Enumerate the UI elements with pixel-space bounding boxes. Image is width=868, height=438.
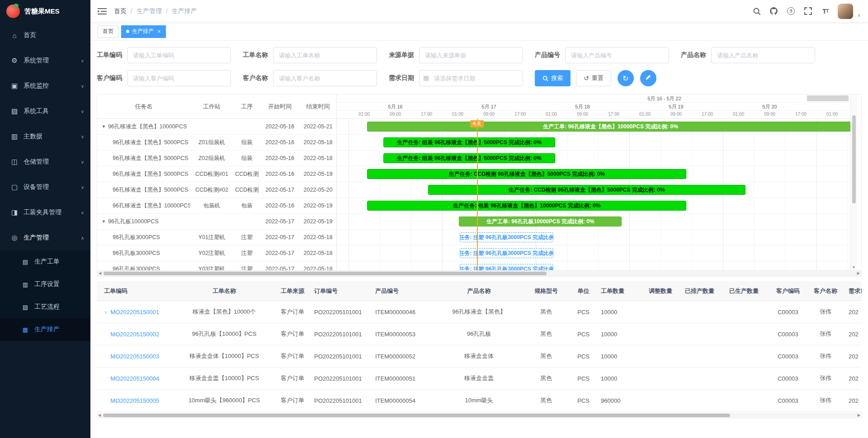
order-code-link[interactable]: MO202205150004 — [110, 375, 159, 382]
gantt-bar-selected[interactable]: 生产任务: 注塑 96孔孔板3000PCS 完成比例: 0% — [460, 264, 553, 270]
search-icon[interactable] — [752, 6, 762, 16]
text-input[interactable] — [273, 70, 377, 86]
order-cell-product_code: ITEM00000054 — [372, 397, 435, 404]
gantt-task-row[interactable]: 96孔孔板3000PCSY03注塑机注塑2022-05-172022-05-18 — [97, 261, 336, 270]
calendar-icon: ▦ — [423, 74, 429, 81]
order-code-link[interactable]: MO202205150001 — [110, 309, 159, 316]
breadcrumb-item[interactable]: 生产管理 — [137, 7, 162, 15]
task-process: 组装 — [233, 139, 260, 146]
gantt-task-row[interactable]: ▼96孔移液盒【黑色】10000PCS2022-05-162022-05-21 — [97, 119, 336, 135]
text-input[interactable] — [273, 47, 377, 63]
breadcrumb-item[interactable]: 首页 — [114, 7, 127, 15]
edit-button[interactable] — [640, 70, 656, 86]
scroll-left-arrow[interactable]: ◀ — [99, 271, 101, 275]
order-cell-cust_name: 张伟 — [806, 330, 845, 338]
font-size-icon[interactable]: TT — [821, 6, 830, 16]
scrollbar-thumb[interactable] — [104, 272, 547, 275]
sidebar-subitem[interactable]: ▥工序设置 — [0, 273, 90, 296]
order-code-link[interactable]: MO202205150005 — [110, 397, 159, 404]
scrollbar-thumb[interactable] — [852, 115, 856, 203]
help-icon[interactable]: ? — [786, 6, 796, 16]
github-icon[interactable] — [769, 6, 779, 16]
order-cell-name: 10mm吸头【960000】PCS — [174, 396, 274, 405]
gantt-task-row[interactable]: 96孔孔板3000PCSY01注塑机注塑2022-05-172022-05-18 — [97, 230, 336, 245]
order-row[interactable]: ∨MO202205150003移液盒盒体【10000】PCS客户订单PO2022… — [97, 345, 862, 367]
gantt-bar-parent[interactable]: 生产工单: 96孔移液盒【黑色】10000PCS 完成比例: 0% — [367, 122, 850, 132]
gantt-task-grid: 任务名工作站工序开始时间结束时间 ▼96孔移液盒【黑色】10000PCS2022… — [97, 94, 337, 270]
gantt-bar-task[interactable]: 生产任务: 包装 96孔移液盒【黑色】10000PCS 完成比例: 0% — [367, 201, 686, 211]
tab-active[interactable]: 生产排产× — [121, 25, 166, 38]
sidebar-subitem[interactable]: ▧工艺流程 — [0, 296, 90, 318]
order-row[interactable]: ∨MO20220515000510mm吸头【960000】PCS客户订单PO20… — [97, 390, 862, 412]
gantt-task-row[interactable]: 96孔移液盒【黑色】5000PCSZ02组装机组装2022-05-162022-… — [97, 151, 336, 166]
scrollbar-thumb[interactable] — [103, 414, 730, 417]
timeline-hour-label: 01:00 — [629, 112, 660, 117]
order-row[interactable]: ∨MO202205150004移液盒盒盖【10000】PCS客户订单PO2022… — [97, 367, 862, 390]
sidebar-item[interactable]: ◨工装夹具管理∨ — [0, 200, 90, 225]
timeline-header-scroll-thumb[interactable] — [807, 95, 849, 101]
timeline-day-label: 5月 19 — [629, 104, 723, 110]
chevron-down-icon[interactable]: ∨ — [858, 13, 861, 19]
orders-horizontal-scrollbar[interactable]: ◀ ▶ — [97, 413, 862, 419]
gantt-task-row[interactable]: ▼96孔孔板10000PCS2022-05-172022-05-19 — [97, 214, 336, 230]
order-row[interactable]: ∨MO20220515000296孔孔板【10000】PCS客户订单PO2022… — [97, 323, 862, 345]
sidebar-item[interactable]: ▥主数据∨ — [0, 124, 90, 149]
search-button[interactable]: 搜索 — [535, 70, 571, 86]
row-expand-caret[interactable]: ∨ — [104, 310, 107, 315]
sidebar-item[interactable]: ◫仓储管理∨ — [0, 149, 90, 174]
gantt-bar-task[interactable]: 生产任务: CCD检测 96孔移液盒【黑色】5000PCS 完成比例: 0% — [367, 169, 686, 179]
text-input[interactable] — [127, 70, 231, 86]
gantt-horizontal-scrollbar[interactable]: ◀ ▶ — [97, 270, 861, 276]
order-row[interactable]: ∨MO202205150001移液盒【黑色】10000个客户订单PO202205… — [97, 301, 862, 323]
close-icon[interactable]: × — [157, 28, 161, 35]
scroll-right-arrow[interactable]: ▶ — [858, 413, 860, 417]
scroll-right-arrow[interactable]: ▶ — [857, 271, 860, 275]
caret-down-icon[interactable]: ▼ — [102, 219, 106, 224]
gantt-bar-parent[interactable]: 生产工单: 96孔孔板10000PCS 完成比例: 0% — [459, 217, 622, 226]
hamburger-icon[interactable] — [98, 8, 107, 15]
gantt-task-row[interactable]: 96孔移液盒【黑色】5000PCSZ01组装机组装2022-05-162022-… — [97, 135, 336, 151]
sidebar-item[interactable]: ▣系统监控∨ — [0, 73, 90, 99]
order-code-link[interactable]: MO202205150003 — [110, 353, 159, 360]
filter-label: 客户编码 — [97, 74, 122, 82]
task-start-date: 2022-05-17 — [260, 187, 299, 193]
gantt-bar-selected[interactable]: 生产任务: 注塑 96孔孔板3000PCS 完成比例: 0% — [460, 248, 553, 258]
task-station: CCD检测#01 — [190, 170, 233, 178]
text-input[interactable] — [565, 47, 669, 63]
sidebar-item[interactable]: ▨系统工具∨ — [0, 99, 90, 124]
sidebar-item[interactable]: ⌂首页 — [0, 23, 90, 48]
sidebar-subitem[interactable]: ▤生产工单 — [0, 250, 90, 273]
sidebar-item[interactable]: ▢设备管理∨ — [0, 174, 90, 200]
logo[interactable]: 苦糖果MES — [0, 0, 90, 23]
scroll-left-arrow[interactable]: ◀ — [98, 413, 101, 417]
caret-down-icon[interactable]: ▼ — [102, 124, 106, 129]
chevron-down-icon: ∨ — [81, 134, 84, 139]
gantt-task-row[interactable]: 96孔孔板3000PCSY02注塑机注塑2022-05-172022-05-18 — [97, 245, 336, 261]
text-input[interactable] — [419, 47, 523, 63]
text-input[interactable] — [127, 47, 231, 63]
date-input[interactable] — [419, 70, 523, 86]
sidebar-item[interactable]: ⚙系统管理∨ — [0, 48, 90, 73]
reschedule-button[interactable]: ↻ — [618, 70, 634, 86]
order-code-link[interactable]: MO202205150002 — [110, 331, 159, 338]
reset-button[interactable]: ↺ 重置 — [576, 70, 611, 86]
gantt-bar-task[interactable]: 生产任务: CCD检测 96孔移液盒【黑色】5000PCS 完成比例: 0% — [428, 185, 745, 195]
order-cell-order_no: PO202205101001 — [311, 375, 372, 382]
fullscreen-icon[interactable] — [803, 6, 813, 16]
gantt-task-row[interactable]: 96孔移液盒【黑色】5000PCSCCD检测#02CCD检测2022-05-17… — [97, 182, 336, 198]
tab-item[interactable]: 首页 — [98, 25, 118, 38]
gantt-bar-task[interactable]: 生产任务: 组装 96孔移液盒【黑色】5000PCS 完成比例: 0% — [383, 137, 556, 147]
sidebar-item[interactable]: ◎生产管理∧ — [0, 225, 90, 250]
task-station: Y02注塑机 — [190, 250, 233, 257]
gantt-vertical-scrollbar[interactable]: ▾ — [850, 94, 857, 270]
scroll-down-arrow[interactable]: ▾ — [851, 265, 857, 269]
text-input[interactable] — [711, 47, 815, 63]
gantt-task-row[interactable]: 96孔移液盒【黑色】5000PCSCCD检测#01CCD检测2022-05-16… — [97, 166, 336, 182]
gantt-bar-selected[interactable]: 生产任务: 注塑 96孔孔板3000PCS 完成比例: 0% — [460, 232, 553, 242]
sidebar-subitem[interactable]: ▦生产排产 — [0, 318, 90, 341]
gantt-bar-task[interactable]: 生产任务: 组装 96孔移液盒【黑色】5000PCS 完成比例: 0% — [383, 153, 556, 163]
gantt-grid-body: ▼96孔移液盒【黑色】10000PCS2022-05-162022-05-219… — [97, 119, 336, 270]
gantt-task-row[interactable]: 96孔移液盒【黑色】10000PCS包装机包装2022-05-162022-05… — [97, 198, 336, 214]
orders-column-header: 订单编号 — [311, 287, 372, 295]
avatar[interactable] — [838, 4, 853, 19]
